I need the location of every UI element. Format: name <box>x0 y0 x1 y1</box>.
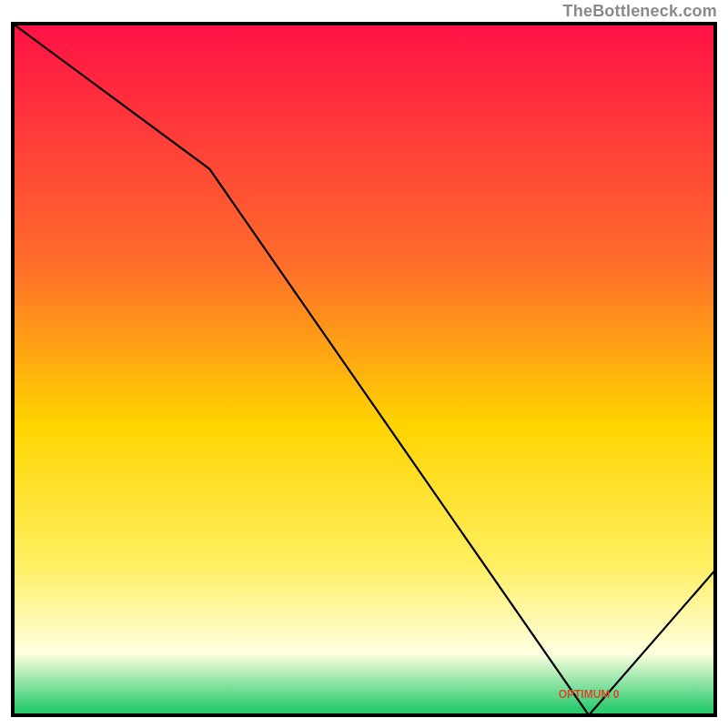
optimal-annotation: OPTIMUM 0 <box>559 688 620 701</box>
chart-svg: OPTIMUM 0 <box>0 0 728 728</box>
chart-container: TheBottleneck.com OPTIMUM 0 <box>0 0 728 728</box>
gradient-background <box>13 24 715 715</box>
